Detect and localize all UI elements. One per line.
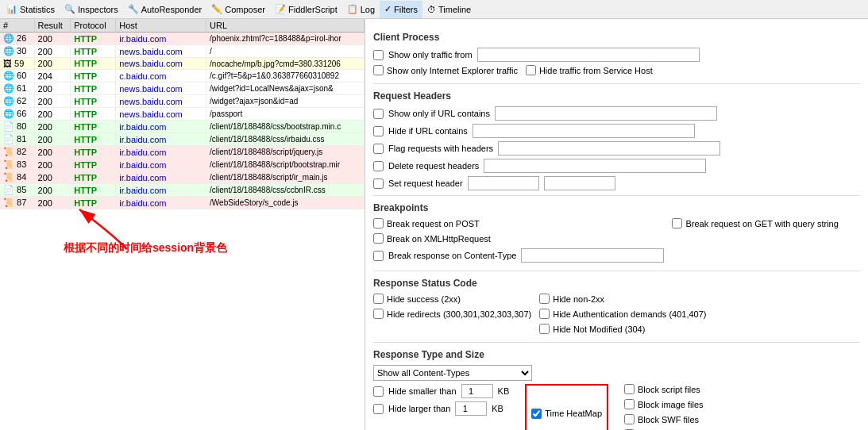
cell-id: 📜 84 <box>0 171 34 184</box>
ie-traffic-checkbox[interactable] <box>373 65 384 75</box>
cell-protocol: HTTP <box>71 197 116 209</box>
flag-requests-checkbox[interactable] <box>373 144 384 154</box>
table-row[interactable]: 📜 82200HTTPir.baidu.com/client/18/188488… <box>0 146 365 159</box>
client-process-title: Client Process <box>373 32 860 43</box>
hide-smaller-label: Hide smaller than <box>388 386 457 396</box>
time-heatmap-box: Time HeatMap <box>525 384 608 430</box>
cell-id: 🌐 61 <box>0 83 34 95</box>
tab-filters[interactable]: ✓ Filters <box>380 1 422 18</box>
hide-larger-checkbox[interactable] <box>373 404 384 414</box>
cell-url: /nocache/mp/b.jpg?cmd=380.331206 <box>206 58 365 70</box>
hide-service-row: Hide traffic from Service Host <box>526 65 653 75</box>
heatmap-and-block: Time HeatMap Block script files Block im… <box>525 384 703 430</box>
cell-id: 📄 80 <box>0 121 34 133</box>
break-xmlhttp-checkbox[interactable] <box>373 233 384 244</box>
tab-composer[interactable]: ✏️ Composer <box>206 1 270 18</box>
break-get-label: Break request on GET with query string <box>685 219 838 228</box>
statistics-icon: 📊 <box>6 4 17 14</box>
cell-id: 📄 81 <box>0 133 34 146</box>
block-swf-checkbox[interactable] <box>624 414 635 424</box>
hide-2xx-checkbox[interactable] <box>373 294 384 304</box>
hide-non2xx-checkbox[interactable] <box>539 294 550 304</box>
time-heatmap-checkbox[interactable] <box>531 409 542 419</box>
tab-log[interactable]: 📋 Log <box>342 1 380 18</box>
table-row[interactable]: 🌐 61200HTTPnews.baidu.com/widget?id=Loca… <box>0 83 365 95</box>
hide-not-modified-checkbox[interactable] <box>539 324 550 334</box>
cell-result: 200 <box>34 121 71 133</box>
block-script-row: Block script files <box>624 384 704 394</box>
filters-icon: ✓ <box>384 4 392 14</box>
tab-statistics[interactable]: 📊 Statistics <box>2 1 60 18</box>
break-post-checkbox[interactable] <box>373 218 384 228</box>
log-icon: 📋 <box>347 4 358 14</box>
table-row[interactable]: 📜 87200HTTPir.baidu.com/WebSideStory/s_c… <box>0 197 365 209</box>
table-row[interactable]: 📄 85200HTTPir.baidu.com/client/18/188488… <box>0 184 365 197</box>
hide-auth-checkbox[interactable] <box>539 309 550 319</box>
cell-url: /client/18/188488/css/ccbnIR.css <box>206 184 365 197</box>
cell-protocol: HTTP <box>71 83 116 95</box>
tab-autoresponder[interactable]: 🔧 AutoResponder <box>123 1 206 18</box>
divider1 <box>373 83 860 84</box>
hide-smaller-value[interactable] <box>461 384 493 398</box>
cell-protocol: HTTP <box>71 159 116 171</box>
break-content-type-input[interactable] <box>521 248 664 263</box>
break-get-row: Break request on GET with query string <box>672 218 838 228</box>
cell-host: ir.baidu.com <box>116 121 206 133</box>
col-protocol: Protocol <box>71 19 116 33</box>
break-get-checkbox[interactable] <box>672 218 682 228</box>
show-url-label: Show only if URL contains <box>388 109 490 118</box>
hide-redirects-checkbox[interactable] <box>373 309 384 319</box>
cell-result: 200 <box>34 58 71 70</box>
break-content-type-checkbox[interactable] <box>373 251 384 261</box>
show-traffic-checkbox[interactable] <box>373 50 384 60</box>
show-url-input[interactable] <box>495 106 717 121</box>
hide-redirects-row: Hide redirects (300,301,302,303,307) <box>373 309 531 319</box>
session-scroll[interactable]: # Result Protocol Host URL 🌐 26200HTTPir… <box>0 19 365 430</box>
hide-2xx-label: Hide success (2xx) <box>387 294 461 304</box>
table-row[interactable]: 🌐 66200HTTPnews.baidu.com/passport <box>0 108 365 121</box>
table-row[interactable]: 📄 80200HTTPir.baidu.com/client/18/188488… <box>0 121 365 133</box>
show-traffic-input[interactable] <box>477 48 700 62</box>
hide-smaller-unit: KB <box>498 386 510 396</box>
divider4 <box>373 342 860 343</box>
hide-url-input[interactable] <box>473 124 695 138</box>
hide-larger-unit: KB <box>492 404 503 413</box>
cell-host: ir.baidu.com <box>116 184 206 197</box>
tab-inspectors[interactable]: 🔍 Inspectors <box>60 1 123 18</box>
delete-headers-checkbox[interactable] <box>373 161 384 171</box>
filters-panel: Client Process Show only traffic from Sh… <box>365 19 868 430</box>
delete-headers-label: Delete request headers <box>388 161 479 171</box>
flag-requests-input[interactable] <box>498 141 720 155</box>
response-status-title: Response Status Code <box>373 278 860 289</box>
tab-timeline[interactable]: ⏱ Timeline <box>422 1 476 18</box>
table-row[interactable]: 📜 84200HTTPir.baidu.com/client/18/188488… <box>0 171 365 184</box>
cell-result: 204 <box>34 70 71 83</box>
table-row[interactable]: 🖼 59200HTTPnews.baidu.com/nocache/mp/b.j… <box>0 58 365 70</box>
block-swf-row: Block SWF files <box>624 414 704 424</box>
cell-host: c.baidu.com <box>116 70 206 83</box>
set-header-checkbox[interactable] <box>373 179 384 189</box>
table-row[interactable]: 📄 81200HTTPir.baidu.com/client/18/188488… <box>0 133 365 146</box>
tab-fiddlerscript[interactable]: 📝 FiddlerScript <box>270 1 342 18</box>
set-header-input2[interactable] <box>544 176 615 190</box>
table-row[interactable]: 🌐 26200HTTPir.baidu.com/phoenix.zhtml?c=… <box>0 33 365 45</box>
hide-larger-value[interactable] <box>455 401 487 416</box>
hide-auth-row: Hide Authentication demands (401,407) <box>539 309 706 319</box>
cell-host: ir.baidu.com <box>116 146 206 159</box>
block-image-row: Block image files <box>624 399 704 409</box>
table-row[interactable]: 🌐 62200HTTPnews.baidu.com/widget?ajax=js… <box>0 95 365 108</box>
table-row[interactable]: 🌐 30200HTTPnews.baidu.com/ <box>0 45 365 58</box>
content-type-select[interactable]: Show all Content-Types <box>373 365 532 381</box>
table-row[interactable]: 🌐 60204HTTPc.baidu.com/c.gif?t=5&p=1&0.3… <box>0 70 365 83</box>
block-script-checkbox[interactable] <box>624 384 635 394</box>
col-host: Host <box>116 19 206 33</box>
hide-smaller-checkbox[interactable] <box>373 386 384 397</box>
show-url-checkbox[interactable] <box>373 109 384 119</box>
cell-protocol: HTTP <box>71 108 116 121</box>
hide-url-checkbox[interactable] <box>373 126 384 136</box>
hide-service-checkbox[interactable] <box>526 65 536 75</box>
set-header-input1[interactable] <box>468 176 539 190</box>
table-row[interactable]: 📜 83200HTTPir.baidu.com/client/18/188488… <box>0 159 365 171</box>
delete-headers-input[interactable] <box>484 159 706 173</box>
block-image-checkbox[interactable] <box>624 399 635 409</box>
